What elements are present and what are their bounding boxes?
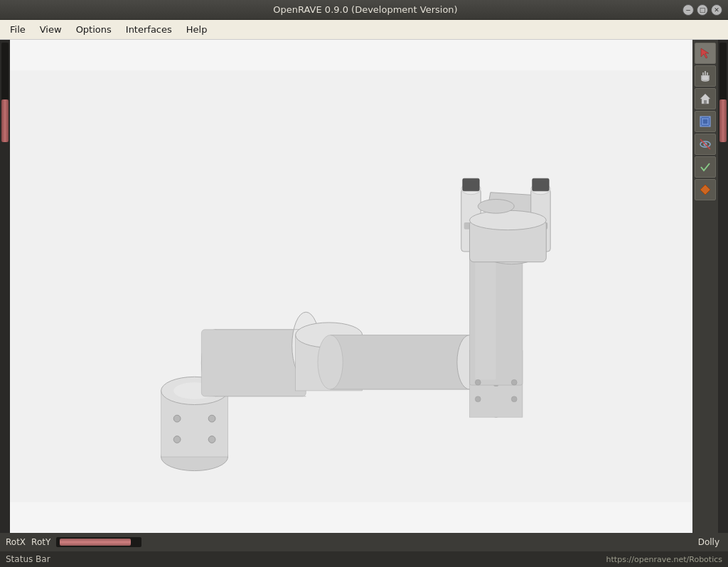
menu-file[interactable]: File <box>3 21 33 38</box>
svg-point-14 <box>318 335 343 389</box>
select-tool-button[interactable] <box>695 43 716 64</box>
minimize-button[interactable]: − <box>682 4 694 16</box>
diamond-tool-button[interactable] <box>695 179 716 200</box>
dolly-label: Dolly <box>698 537 719 547</box>
svg-line-63 <box>700 139 710 149</box>
svg-rect-13 <box>331 335 470 389</box>
right-toolbar <box>692 40 718 533</box>
left-scroll-track[interactable] <box>1 43 9 142</box>
main-area <box>0 40 728 533</box>
svg-point-46 <box>208 436 215 443</box>
roty-label: RotY <box>31 537 50 547</box>
right-scrollbar[interactable] <box>718 40 728 533</box>
svg-rect-42 <box>532 178 550 191</box>
svg-point-48 <box>511 379 517 385</box>
home-tool-button[interactable] <box>695 88 716 109</box>
menu-view[interactable]: View <box>33 21 69 38</box>
viewport[interactable] <box>10 40 692 533</box>
svg-rect-6 <box>201 330 306 396</box>
rotx-label: RotX <box>6 537 26 547</box>
svg-rect-54 <box>704 100 707 104</box>
menu-options[interactable]: Options <box>69 21 119 38</box>
title-bar: OpenRAVE 0.9.0 (Development Version) − □… <box>0 0 728 20</box>
svg-point-45 <box>173 436 181 443</box>
bottom-bar: RotX RotY Dolly <box>0 533 728 551</box>
close-button[interactable]: ✕ <box>711 4 722 16</box>
svg-marker-51 <box>701 48 709 58</box>
window-title: OpenRAVE 0.9.0 (Development Version) <box>48 4 682 15</box>
eye-tool-button[interactable] <box>695 134 716 155</box>
menu-interfaces[interactable]: Interfaces <box>119 21 179 38</box>
right-scroll-thumb[interactable] <box>719 99 727 142</box>
svg-rect-26 <box>475 259 496 379</box>
status-text: Status Bar <box>6 554 50 564</box>
svg-rect-41 <box>463 178 480 191</box>
left-scrollbar[interactable] <box>0 40 10 533</box>
menu-help[interactable]: Help <box>179 21 215 38</box>
hand-tool-button[interactable] <box>695 65 716 87</box>
maximize-button[interactable]: □ <box>697 4 708 16</box>
check-tool-button[interactable] <box>695 156 716 178</box>
menu-bar: File View Options Interfaces Help <box>0 20 728 40</box>
svg-point-44 <box>208 415 215 422</box>
robot-scene <box>10 40 692 533</box>
status-bar: Status Bar https://openrave.net/Robotics <box>0 551 728 567</box>
svg-point-47 <box>475 379 481 385</box>
status-url: https://openrave.net/Robotics <box>606 555 722 564</box>
svg-point-50 <box>511 396 517 402</box>
horizontal-scrollbar[interactable] <box>56 537 141 547</box>
left-scroll-thumb[interactable] <box>1 99 9 142</box>
right-scroll-track[interactable] <box>719 43 727 142</box>
svg-point-40 <box>478 200 514 214</box>
svg-point-43 <box>173 415 181 422</box>
svg-point-39 <box>470 210 547 230</box>
svg-marker-64 <box>700 185 710 195</box>
window-controls[interactable]: − □ ✕ <box>682 4 722 16</box>
svg-point-49 <box>475 396 481 402</box>
h-scroll-thumb[interactable] <box>60 539 131 546</box>
svg-rect-52 <box>702 75 709 80</box>
svg-rect-0 <box>10 70 692 502</box>
wireframe-tool-button[interactable] <box>695 111 716 132</box>
